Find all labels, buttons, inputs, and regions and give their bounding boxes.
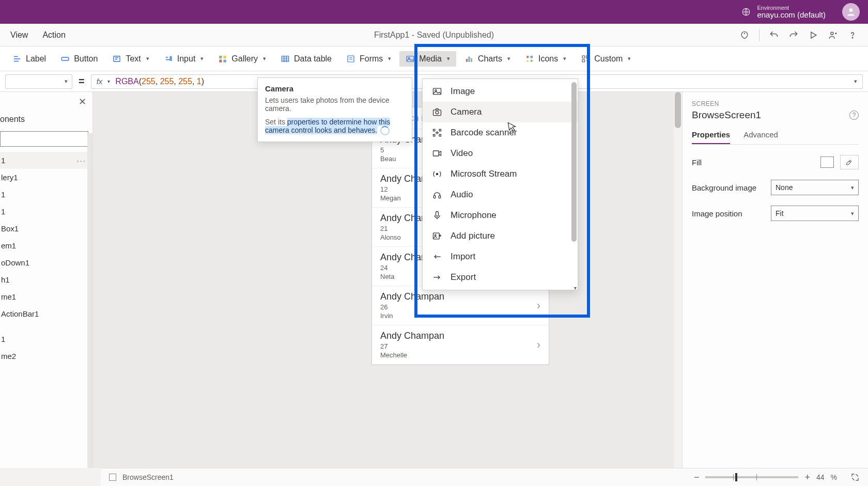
- svg-rect-38: [439, 196, 440, 198]
- media-dropdown-scrollbar[interactable]: [571, 82, 577, 287]
- chevron-right-icon[interactable]: ›: [537, 299, 540, 312]
- tree-item[interactable]: h1: [0, 271, 92, 288]
- media-menu-item-camera[interactable]: Camera: [423, 102, 578, 122]
- ribbon-charts[interactable]: Charts▾: [458, 51, 517, 67]
- chevron-right-icon[interactable]: ›: [537, 338, 540, 352]
- tree-item-selected[interactable]: 1···: [0, 152, 92, 169]
- svg-rect-37: [433, 196, 435, 198]
- help-icon[interactable]: [847, 30, 858, 40]
- svg-point-22: [531, 59, 533, 62]
- media-menu-item-export[interactable]: Export: [423, 267, 578, 288]
- svg-rect-6: [114, 56, 120, 61]
- media-menu-item-barcode[interactable]: Barcode scanner: [423, 122, 578, 143]
- ribbon-datatable[interactable]: Data table: [274, 51, 338, 67]
- zoom-out-icon[interactable]: −: [694, 472, 700, 483]
- datatable-icon: [281, 54, 290, 64]
- canvas[interactable]: Search items Andy Champan5BeauAndy Champ…: [93, 92, 682, 468]
- zoom-slider[interactable]: [705, 476, 798, 478]
- user-avatar[interactable]: [842, 3, 860, 21]
- fit-to-window-icon[interactable]: [850, 473, 860, 482]
- zoom-pct: %: [831, 473, 837, 481]
- tree-item[interactable]: ActionBar1: [0, 305, 92, 322]
- charts-icon: [464, 54, 474, 64]
- gallery-icon: [218, 54, 227, 64]
- gallery-row[interactable]: Andy Champan26Irvin›: [372, 286, 549, 325]
- svg-rect-12: [224, 59, 226, 62]
- ribbon-forms[interactable]: Forms▾: [340, 51, 397, 67]
- svg-rect-25: [582, 59, 585, 62]
- ribbon-media[interactable]: Media▾: [399, 51, 456, 67]
- svg-rect-8: [170, 59, 172, 60]
- tree-item[interactable]: [0, 322, 92, 331]
- undo-icon[interactable]: [769, 30, 779, 40]
- app-checker-icon[interactable]: [739, 30, 750, 40]
- media-menu-item-mic[interactable]: Microphone: [423, 205, 578, 226]
- tree-item[interactable]: em1: [0, 237, 92, 254]
- menu-bar: View Action FirstApp1 - Saved (Unpublish…: [0, 24, 868, 46]
- tree-item[interactable]: 1: [0, 331, 92, 348]
- prop-imgpos-label: Image position: [692, 209, 765, 218]
- media-menu-item-import[interactable]: Import: [423, 246, 578, 267]
- svg-rect-32: [439, 129, 441, 131]
- tree-item[interactable]: 1: [0, 203, 92, 220]
- export-icon: [432, 272, 442, 283]
- fill-picker-button[interactable]: [840, 155, 859, 169]
- bgimage-dropdown[interactable]: None▾: [771, 180, 859, 195]
- media-menu-item-addpic[interactable]: Add picture: [423, 226, 578, 246]
- camera-icon: [432, 107, 442, 117]
- tree-item[interactable]: Box1: [0, 220, 92, 237]
- share-icon[interactable]: [828, 30, 838, 40]
- ribbon-gallery[interactable]: Gallery▾: [212, 51, 272, 67]
- more-icon[interactable]: ···: [76, 156, 86, 165]
- tree-item[interactable]: me1: [0, 288, 92, 305]
- tree-item[interactable]: lery1: [0, 169, 92, 186]
- formula-expand-icon[interactable]: ▾: [854, 78, 857, 85]
- ribbon-text[interactable]: Text▾: [106, 51, 155, 67]
- svg-rect-13: [282, 56, 289, 61]
- prop-fill-label: Fill: [692, 158, 814, 167]
- svg-point-20: [526, 56, 529, 58]
- tree-tab[interactable]: onents: [0, 112, 92, 129]
- media-menu-item-stream[interactable]: Microsoft Stream: [423, 164, 578, 184]
- audio-icon: [432, 190, 442, 200]
- tree-item[interactable]: oDown1: [0, 254, 92, 271]
- import-icon: [432, 252, 442, 262]
- svg-rect-31: [433, 129, 435, 131]
- ribbon-icons[interactable]: Icons▾: [519, 51, 572, 67]
- help-icon[interactable]: ?: [849, 111, 859, 120]
- media-dropdown: ImageCameraBarcode scannerVideoMicrosoft…: [422, 79, 578, 290]
- close-icon[interactable]: ✕: [79, 96, 86, 107]
- svg-rect-35: [433, 151, 439, 156]
- svg-rect-10: [224, 56, 226, 58]
- ribbon-button[interactable]: Button: [54, 51, 104, 67]
- canvas-scrollbar[interactable]: [674, 92, 682, 468]
- zoom-in-icon[interactable]: +: [804, 472, 810, 483]
- ribbon-custom[interactable]: Custom▾: [575, 51, 637, 67]
- fill-swatch[interactable]: [820, 156, 834, 168]
- play-icon[interactable]: [808, 30, 818, 40]
- tab-advanced[interactable]: Advanced: [743, 130, 778, 144]
- svg-point-4: [852, 37, 853, 38]
- app-header: Environment enayu.com (default): [0, 0, 868, 24]
- tree-item[interactable]: me2: [0, 348, 92, 365]
- menu-view[interactable]: View: [10, 30, 28, 40]
- ribbon-input[interactable]: Input▾: [158, 51, 210, 67]
- environment-text[interactable]: Environment enayu.com (default): [757, 5, 826, 20]
- tree-item[interactable]: 1: [0, 186, 92, 203]
- imgpos-dropdown[interactable]: Fit▾: [771, 206, 859, 221]
- media-menu-item-video[interactable]: Video: [423, 143, 578, 164]
- gallery-row[interactable]: Andy Champan27Mechelle›: [372, 325, 549, 365]
- property-selector[interactable]: ▾: [5, 74, 72, 89]
- ribbon-label[interactable]: Label: [6, 51, 52, 67]
- tree-search-input[interactable]: [0, 131, 88, 147]
- redo-icon[interactable]: [788, 30, 799, 40]
- svg-point-1: [849, 8, 853, 12]
- svg-rect-39: [436, 212, 439, 216]
- menu-action[interactable]: Action: [42, 30, 65, 40]
- media-menu-item-audio[interactable]: Audio: [423, 184, 578, 205]
- media-menu-item-image[interactable]: Image: [423, 81, 578, 102]
- tree-scrollbar[interactable]: [87, 133, 92, 468]
- svg-rect-15: [407, 56, 414, 61]
- tab-properties[interactable]: Properties: [692, 130, 730, 144]
- svg-point-36: [436, 173, 438, 175]
